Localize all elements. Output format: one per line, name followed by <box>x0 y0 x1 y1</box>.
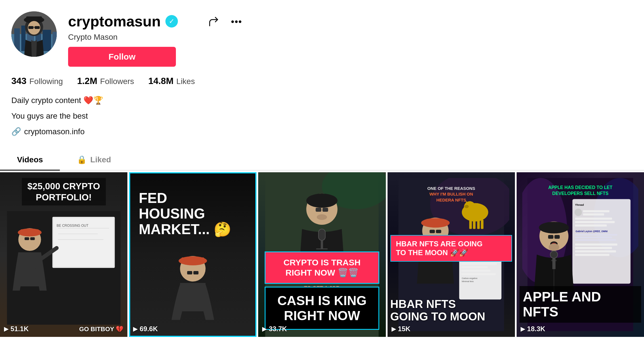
svg-rect-43 <box>319 229 325 240</box>
video-card-4[interactable]: ONE OF THE REASONS WHY I'M BULLISH ON HE… <box>388 172 515 337</box>
svg-rect-13 <box>35 26 40 29</box>
likes-label: Likes <box>176 77 195 86</box>
svg-rect-2 <box>14 28 20 51</box>
svg-rect-112 <box>552 259 555 269</box>
play-icon: ▶ <box>4 326 8 332</box>
svg-rect-23 <box>21 229 39 234</box>
followers-label: Followers <box>100 77 134 86</box>
video-1-stats: ▶ 51.1K <box>4 325 29 333</box>
svg-text:DEVELOPERS SELL NFTS: DEVELOPERS SELL NFTS <box>552 191 608 196</box>
play-icon-2: ▶ <box>133 326 137 332</box>
svg-rect-77 <box>461 273 496 275</box>
play-icon-3: ▶ <box>262 326 266 332</box>
bio-line-1: Daily crypto content ❤️🏆 <box>11 94 244 107</box>
svg-text:WHY I'M BULLISH ON: WHY I'M BULLISH ON <box>429 192 473 197</box>
svg-rect-65 <box>424 220 446 225</box>
following-stat: 343 Following <box>11 76 63 86</box>
following-count: 343 <box>11 76 26 86</box>
video-card-5[interactable]: APPLE HAS DECIDED TO LET DEVELOPERS SELL… <box>517 172 644 337</box>
video-3-views: 33.7K <box>269 325 287 333</box>
svg-rect-99 <box>575 250 616 252</box>
play-icon-4: ▶ <box>392 326 396 332</box>
lock-icon: 🔒 <box>77 155 87 164</box>
svg-text:Carbon-negative: Carbon-negative <box>462 277 477 280</box>
svg-rect-104 <box>548 235 553 239</box>
video-4-views: 15K <box>398 325 411 333</box>
svg-rect-7 <box>52 32 57 51</box>
svg-point-108 <box>549 244 559 251</box>
svg-rect-34 <box>180 283 206 311</box>
bio-section: Daily crypto content ❤️🏆 You guys are th… <box>11 94 244 138</box>
svg-rect-14 <box>33 27 35 28</box>
svg-point-111 <box>550 251 557 258</box>
svg-rect-92 <box>575 224 607 226</box>
svg-rect-61 <box>477 220 479 229</box>
svg-rect-59 <box>469 220 472 229</box>
followers-stat: 1.2M Followers <box>77 76 134 86</box>
followers-count: 1.2M <box>77 76 97 86</box>
video-4-badge: HBAR NFTS ARE GOING TO THE MOON 🚀🚀 <box>390 235 512 262</box>
verified-badge: ✓ <box>165 15 178 28</box>
svg-rect-76 <box>461 270 490 272</box>
profile-actions: ••• <box>206 11 244 29</box>
svg-text:HEDERA NFTS: HEDERA NFTS <box>436 198 466 202</box>
play-icon-5: ▶ <box>521 326 525 332</box>
svg-rect-60 <box>473 220 475 229</box>
video-card-3[interactable]: THIS IS WHY I SAID TO GET A JOB PEOPLE N… <box>258 172 386 337</box>
website-url: cryptomason.info <box>24 125 85 138</box>
tab-videos[interactable]: Videos <box>0 149 60 170</box>
svg-text:APPLE HAS DECIDED TO LET: APPLE HAS DECIDED TO LET <box>548 185 613 190</box>
svg-text:Gabriel Leyton @REE_OMNI: Gabriel Leyton @REE_OMNI <box>576 230 608 233</box>
svg-rect-33 <box>193 271 199 274</box>
svg-rect-66 <box>430 230 435 233</box>
svg-rect-105 <box>554 235 560 239</box>
video-3-stats: ▶ 33.7K <box>262 325 287 333</box>
svg-text:ONE OF THE REASONS: ONE OF THE REASONS <box>427 186 475 191</box>
svg-rect-6 <box>43 30 51 51</box>
svg-rect-40 <box>316 208 321 212</box>
username: cryptomasun <box>68 13 161 30</box>
link-icon: 🔗 <box>11 125 21 138</box>
svg-rect-41 <box>323 208 328 212</box>
video-card-2[interactable]: FED HOUSING MARKET... 🤔 ▶ 69.6K <box>129 172 256 337</box>
likes-stat: 14.8M Likes <box>148 76 195 86</box>
svg-rect-3 <box>21 26 26 51</box>
svg-point-42 <box>317 214 327 220</box>
video-3-label2: CASH IS KING RIGHT NOW <box>265 287 379 330</box>
svg-rect-12 <box>28 26 33 29</box>
svg-rect-98 <box>575 247 612 249</box>
profile-info: cryptomasun ✓ Crypto Mason Follow <box>68 11 206 67</box>
svg-rect-39 <box>309 196 335 205</box>
more-options-button[interactable]: ••• <box>229 14 244 29</box>
follow-button[interactable]: Follow <box>68 47 176 67</box>
svg-rect-75 <box>461 266 488 268</box>
video-5-stats: ▶ 18.3K <box>521 325 545 333</box>
bio-line-2: You guys are the best <box>11 110 244 123</box>
svg-rect-67 <box>436 230 441 233</box>
svg-rect-94 <box>575 234 617 236</box>
video-2-views: 69.6K <box>140 325 158 333</box>
following-label: Following <box>29 77 63 86</box>
video-2-title: FED HOUSING MARKET... 🤔 <box>139 190 231 237</box>
svg-rect-91 <box>575 221 615 223</box>
svg-rect-89 <box>583 213 604 215</box>
video-1-title: $25,000 CRYPTO PORTFOLIO! <box>22 178 106 205</box>
video-5-title: APPLE AND NFTS <box>519 286 641 323</box>
svg-rect-62 <box>481 220 483 229</box>
video-4-title: HBAR NFTSGOING TO MOON <box>390 298 485 323</box>
video-3-label1: CRYPTO IS TRASH RIGHT NOW 🗑️🗑️ <box>265 251 379 284</box>
svg-rect-96 <box>575 239 616 241</box>
video-4-stats: ▶ 15K <box>392 325 411 333</box>
svg-rect-32 <box>187 271 192 274</box>
svg-rect-25 <box>30 237 35 240</box>
svg-rect-100 <box>575 254 609 256</box>
videos-grid: $25,000 CRYPTO PORTFOLIO! <box>0 171 644 337</box>
svg-text:Thread: Thread <box>575 203 584 206</box>
svg-rect-103 <box>542 224 566 231</box>
tab-liked[interactable]: 🔒 Liked <box>60 149 128 170</box>
video-2-stats: ▶ 69.6K <box>133 325 158 333</box>
share-button[interactable] <box>206 14 221 29</box>
svg-rect-31 <box>182 257 204 264</box>
video-card-1[interactable]: $25,000 CRYPTO PORTFOLIO! <box>0 172 127 337</box>
bio-website-link[interactable]: 🔗 cryptomason.info <box>11 125 244 138</box>
